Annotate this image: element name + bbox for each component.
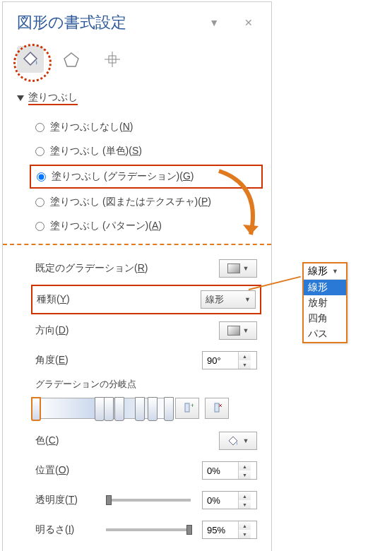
spin-up[interactable]: ▲	[239, 521, 251, 530]
row-transparency: 透明度(T) ▲▼	[35, 485, 257, 515]
fill-radio-group: 塗りつぶしなし(N) 塗りつぶし (単色)(S) 塗りつぶし (グラデーション)…	[17, 109, 257, 244]
gradient-stop[interactable]	[164, 397, 174, 421]
pane-header: 図形の書式設定 ▼ ✕	[3, 2, 271, 39]
preset-label: 既定のグラデーション(R)	[35, 262, 219, 275]
radio-label: 塗りつぶし (パターン)(A)	[50, 220, 162, 232]
brightness-label: 明るさ(I)	[35, 523, 95, 536]
angle-label: 角度(E)	[35, 354, 202, 367]
radio-label: 塗りつぶしなし(N)	[50, 121, 133, 134]
tab-strip	[3, 39, 271, 87]
chevron-down-icon: ▼	[243, 437, 249, 444]
transparency-input[interactable]	[203, 495, 238, 506]
fill-section-label: 塗りつぶし	[28, 91, 78, 105]
gradient-stop[interactable]	[104, 397, 114, 421]
paint-bucket-icon	[21, 50, 40, 69]
position-input[interactable]	[203, 466, 238, 476]
spin-up[interactable]: ▲	[239, 462, 251, 470]
svg-text:+: +	[191, 402, 194, 409]
tab-effects[interactable]	[58, 46, 85, 73]
row-color: 色(C) ▼	[35, 426, 257, 456]
svg-marker-0	[24, 52, 37, 65]
fill-section-header[interactable]: 塗りつぶし	[17, 87, 257, 109]
position-spinner[interactable]: ▲▼	[202, 461, 257, 480]
dropdown-option[interactable]: 四角	[304, 311, 346, 326]
svg-marker-10	[229, 437, 237, 445]
row-angle: 角度(E) ▲▼	[35, 345, 257, 375]
svg-rect-7	[215, 403, 219, 412]
remove-stop-icon	[210, 402, 223, 415]
pane-title: 図形の書式設定	[17, 12, 205, 33]
radio-label: 塗りつぶし (図またはテクスチャ)(P)	[50, 196, 211, 208]
size-arrows-icon	[103, 50, 121, 69]
row-preset: 既定のグラデーション(R) ▼	[35, 254, 257, 283]
radio-fill-pattern[interactable]: 塗りつぶし (パターン)(A)	[35, 214, 257, 238]
spin-down[interactable]: ▼	[239, 530, 251, 538]
gradient-stop[interactable]	[95, 397, 105, 421]
type-label: 種類(Y)	[37, 293, 201, 306]
swatch-icon	[227, 326, 240, 336]
spin-up[interactable]: ▲	[239, 492, 251, 500]
gradient-bar[interactable]	[35, 398, 170, 419]
brightness-input[interactable]	[203, 525, 238, 535]
direction-button[interactable]: ▼	[219, 321, 257, 340]
tab-size[interactable]	[99, 46, 126, 73]
gradient-stop[interactable]	[31, 397, 41, 421]
row-position: 位置(O) ▲▼	[35, 456, 257, 485]
radio-input[interactable]	[35, 222, 44, 231]
radio-fill-none[interactable]: 塗りつぶしなし(N)	[35, 115, 257, 139]
row-direction: 方向(D) ▼	[35, 316, 257, 345]
gradient-stop[interactable]	[148, 397, 158, 421]
task-pane-menu-button[interactable]: ▼	[205, 17, 223, 28]
spin-down[interactable]: ▼	[239, 470, 251, 479]
radio-fill-gradient[interactable]: 塗りつぶし (グラデーション)(G)	[30, 165, 263, 189]
annotation-separator	[3, 244, 271, 245]
radio-input[interactable]	[35, 147, 44, 156]
dropdown-option[interactable]: 線形	[304, 280, 346, 295]
slider-knob[interactable]	[106, 495, 112, 505]
format-shape-pane: 図形の書式設定 ▼ ✕ 塗りつぶし 塗りつぶしなし(N) 塗りつぶし (単色)(	[2, 1, 272, 551]
radio-label: 塗りつぶし (単色)(S)	[50, 145, 142, 158]
row-type: 種類(Y) 線形 ▼	[31, 285, 261, 314]
add-stop-button[interactable]: +	[175, 398, 199, 419]
brightness-spinner[interactable]: ▲▼	[202, 521, 257, 539]
preset-gradient-button[interactable]: ▼	[219, 259, 257, 278]
gradient-form: 既定のグラデーション(R) ▼ 種類(Y) 線形 ▼ 方向(D) ▼	[17, 254, 257, 551]
spin-down[interactable]: ▼	[239, 500, 251, 509]
dropdown-option[interactable]: 放射	[304, 295, 346, 311]
position-label: 位置(O)	[35, 464, 95, 477]
tab-fill-line[interactable]	[17, 46, 44, 73]
angle-input[interactable]	[203, 355, 238, 366]
close-button[interactable]: ✕	[240, 17, 257, 28]
gradient-stop[interactable]	[135, 397, 145, 421]
chevron-down-icon: ▼	[243, 265, 249, 272]
stops-label: グラデーションの分岐点	[35, 375, 257, 393]
svg-marker-1	[64, 53, 78, 66]
radio-fill-picture[interactable]: 塗りつぶし (図またはテクスチャ)(P)	[35, 190, 257, 214]
transparency-label: 透明度(T)	[35, 494, 95, 506]
remove-stop-button[interactable]	[205, 398, 229, 419]
pentagon-icon	[62, 50, 81, 69]
transparency-spinner[interactable]: ▲▼	[202, 491, 257, 509]
angle-spinner[interactable]: ▲▼	[202, 351, 257, 369]
dropdown-selected[interactable]: 線形 ▼	[304, 263, 346, 280]
collapse-triangle-icon	[17, 95, 24, 101]
spin-down[interactable]: ▼	[239, 360, 251, 369]
spin-up[interactable]: ▲	[239, 352, 251, 360]
radio-input[interactable]	[35, 198, 44, 207]
brightness-slider[interactable]	[106, 528, 191, 531]
fill-section: 塗りつぶし 塗りつぶしなし(N) 塗りつぶし (単色)(S) 塗りつぶし (グラ…	[3, 87, 271, 551]
chevron-down-icon: ▼	[244, 296, 251, 303]
dropdown-option[interactable]: パス	[304, 326, 346, 342]
type-dropdown-callout: 線形 ▼ 線形 放射 四角 パス	[302, 262, 348, 343]
paint-bucket-icon	[227, 435, 240, 446]
transparency-slider[interactable]	[106, 499, 191, 502]
radio-fill-solid[interactable]: 塗りつぶし (単色)(S)	[35, 139, 257, 163]
type-combo[interactable]: 線形 ▼	[201, 290, 256, 309]
color-button[interactable]: ▼	[219, 432, 257, 450]
row-rotate-with-shape[interactable]: 図形に合わせて回転する(W)	[35, 545, 257, 551]
dropdown-selected-text: 線形	[308, 265, 328, 278]
radio-input[interactable]	[35, 123, 44, 132]
slider-knob[interactable]	[186, 525, 192, 535]
gradient-stop[interactable]	[114, 397, 124, 421]
radio-input[interactable]	[37, 172, 46, 182]
